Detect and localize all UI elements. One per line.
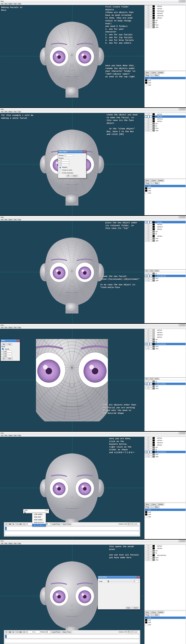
object-row[interactable]: 👁 elem:smile-face — [145, 383, 186, 385]
expand-icon[interactable] — [145, 332, 147, 333]
menu-item[interactable]: Edit — [4, 543, 7, 544]
menu-item[interactable]: Edit — [4, 3, 7, 5]
fps-input[interactable] — [45, 630, 50, 633]
expand-icon[interactable]: - — [145, 449, 147, 450]
visibility-icon[interactable]: 👁 — [147, 277, 149, 279]
lock-icon[interactable] — [150, 226, 152, 228]
mat-clone-button[interactable]: Clone — [150, 503, 157, 506]
color-swatch[interactable] — [153, 116, 155, 118]
lock-icon[interactable] — [150, 127, 152, 129]
color-swatch[interactable] — [153, 332, 155, 334]
object-row[interactable]: 👁 sdef:face — [145, 439, 186, 442]
object-row[interactable]: - 👁 lip — [145, 380, 186, 383]
material-row[interactable]: mat2 — [145, 511, 186, 513]
number-input[interactable] — [65, 154, 74, 156]
object-row[interactable]: - 👁 eye — [145, 19, 186, 22]
object-row[interactable]: - 👁 brow — [145, 556, 186, 559]
ok-button[interactable]: OK — [66, 175, 71, 177]
lock-icon[interactable] — [150, 118, 152, 120]
expand-icon[interactable] — [145, 113, 147, 115]
visibility-icon[interactable]: 👁 — [147, 388, 149, 390]
save-pose-button[interactable]: Save Pose — [62, 523, 72, 526]
lock-icon[interactable] — [150, 380, 152, 382]
lock-icon[interactable] — [150, 116, 152, 118]
y-input[interactable] — [60, 162, 69, 164]
object-row[interactable]: 👁 sdef:eye — [145, 336, 186, 338]
object-row[interactable]: - 👁 eye — [145, 446, 186, 448]
expand-icon[interactable]: - — [145, 380, 147, 382]
morph-value-input[interactable] — [134, 580, 139, 582]
stop-button[interactable]: ■ — [15, 631, 19, 633]
lock-icon[interactable] — [150, 552, 152, 554]
expand-icon[interactable]: - — [145, 230, 147, 232]
visibility-icon[interactable]: 👁 — [147, 442, 149, 444]
expand-icon[interactable]: - — [145, 446, 147, 448]
visibility-icon[interactable]: 👁 — [147, 453, 149, 455]
visibility-icon[interactable]: 👁 — [147, 125, 149, 127]
expand-icon[interactable] — [145, 15, 147, 16]
menu-item[interactable]: View — [13, 219, 17, 220]
mat-prop-button[interactable]: Prop — [145, 74, 150, 77]
object-row[interactable]: 👁 sdef:face — [145, 235, 186, 237]
expand-icon[interactable]: - — [145, 348, 147, 350]
context-menu-item[interactable]: 表情の初期化 — [32, 518, 46, 521]
lock-icon[interactable] — [150, 388, 152, 390]
color-swatch[interactable] — [153, 383, 155, 385]
fps-input[interactable] — [45, 523, 50, 526]
menu-item[interactable]: Object — [8, 435, 13, 436]
color-swatch[interactable] — [153, 228, 155, 230]
lock-icon[interactable] — [150, 125, 152, 127]
visibility-icon[interactable]: 👁 — [147, 275, 149, 277]
object-row[interactable]: 👁 sdef:eye — [145, 120, 186, 122]
expand-icon[interactable] — [145, 451, 147, 453]
material-button[interactable]: M — [127, 523, 130, 526]
obj-delete-button[interactable]: Delete — [154, 378, 159, 380]
material-row[interactable]: mat1 — [145, 185, 186, 187]
close-icon[interactable]: ✕ — [17, 340, 19, 342]
material-row[interactable]: mat3 — [145, 513, 186, 516]
expand-icon[interactable]: - — [145, 273, 147, 274]
expand-icon[interactable]: - — [145, 280, 147, 282]
lock-icon[interactable] — [150, 275, 152, 277]
color-swatch[interactable] — [153, 545, 155, 547]
expand-icon[interactable]: - — [145, 26, 147, 28]
expand-icon[interactable] — [145, 444, 147, 446]
visibility-icon[interactable]: 👁 — [147, 559, 149, 561]
close-button[interactable]: ✕ — [184, 0, 186, 2]
visibility-icon[interactable]: 👁 — [147, 545, 149, 547]
object-row[interactable]: - 👁 lip — [145, 125, 186, 127]
color-swatch[interactable] — [153, 559, 155, 561]
color-swatch[interactable] — [153, 336, 155, 338]
visibility-icon[interactable]: 👁 — [147, 230, 149, 232]
color-swatch[interactable] — [153, 125, 155, 127]
object-row[interactable]: - 👁 other — [145, 387, 186, 390]
color-swatch[interactable] — [153, 547, 155, 549]
expand-icon[interactable]: - — [145, 559, 147, 561]
mat-clone-button[interactable]: Clone — [150, 179, 157, 182]
visibility-icon[interactable]: 👁 — [147, 456, 149, 458]
object-row[interactable]: 👁 sdef:brow — [145, 226, 186, 228]
visibility-icon[interactable]: 👁 — [147, 10, 149, 12]
lock-icon[interactable] — [150, 343, 152, 345]
object-row[interactable]: - 👁 brow — [145, 277, 186, 279]
menu-item[interactable]: Object — [8, 219, 13, 220]
mat-delete-button[interactable]: Delete — [157, 611, 164, 614]
expand-icon[interactable] — [145, 437, 147, 439]
lock-icon[interactable] — [150, 345, 152, 347]
visibility-icon[interactable]: 👁 — [147, 380, 149, 382]
expand-icon[interactable] — [145, 118, 147, 120]
color-swatch[interactable] — [153, 240, 155, 242]
cancel-button[interactable]: Cancel — [132, 607, 139, 609]
lock-icon[interactable] — [150, 14, 152, 16]
menu-item[interactable]: Help — [17, 3, 21, 5]
visibility-icon[interactable]: 👁 — [147, 446, 149, 448]
next-frame-button[interactable]: ▶▶ — [19, 523, 22, 526]
lock-icon[interactable] — [150, 10, 152, 12]
expand-icon[interactable] — [145, 8, 147, 10]
expand-icon[interactable] — [145, 226, 147, 228]
color-swatch[interactable] — [153, 12, 155, 14]
visibility-icon[interactable]: 👁 — [147, 329, 149, 331]
last-frame-button[interactable]: ⏭ — [23, 631, 26, 633]
object-row[interactable]: - 👁 brow — [145, 345, 186, 348]
expand-icon[interactable]: - — [145, 385, 147, 387]
